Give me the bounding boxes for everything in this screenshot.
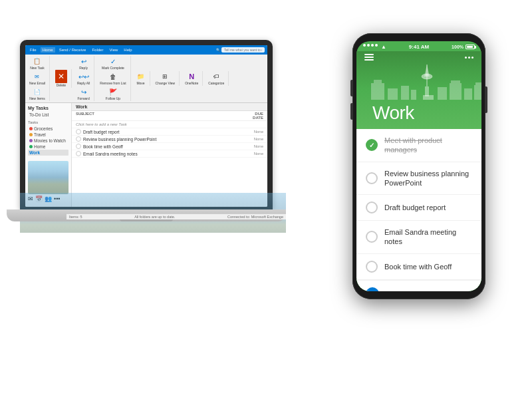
task-checkbox-0[interactable] [76,129,81,134]
list-item[interactable]: Email Sandra meeting notes [356,221,481,254]
move-button[interactable]: 📁 Move [135,71,147,86]
delete-btn-group: ✕ Delete [54,69,72,88]
task-list-header: Work [72,103,267,111]
reply-button[interactable]: ↩ Reply [78,56,90,70]
sidebar-item-todo-list[interactable]: To-Do List [28,112,68,118]
subject-col-header: SUBJECT [76,112,243,120]
follow-up-button[interactable]: 🚩 Follow Up [104,86,122,101]
svg-marker-2 [424,65,430,76]
groceries-dot [29,127,33,130]
task-list-columns: SUBJECT DUE DATE [72,111,267,121]
forward-button[interactable]: ↪ Forward [76,86,90,101]
new-todo-button[interactable]: + New to-do [356,280,481,291]
phone-tasks: ✓ Meet with product managers Review busi… [356,129,481,291]
svg-rect-4 [423,95,434,100]
ribbon-tab-help[interactable]: Help [122,47,134,53]
new-todo-label: New to-do [384,290,418,291]
task-circle-1[interactable] [366,172,378,184]
ribbon-tab-view[interactable]: View [107,47,120,53]
svg-rect-5 [371,83,384,100]
new-task-button[interactable]: 📋 New Task [29,56,46,70]
battery-percent: 100% [452,45,464,49]
task-checkbox-1[interactable] [76,136,81,142]
task-checkbox-3[interactable] [76,151,81,156]
list-item[interactable]: Review business planning PowerPoint [356,162,481,196]
dots-menu[interactable] [465,57,473,59]
my-tasks-label: My Tasks [28,106,68,110]
ribbon-actions: 📋 New Task ✉ New Email 📄 New Items [25,55,267,103]
task-due-0: None [243,130,263,134]
sidebar-item-movies[interactable]: Movies to Watch [28,138,68,144]
list-item[interactable]: Draft budget report [356,195,481,221]
manage-btn-group: ✓ Mark Complete 🗑 Remove from List 🚩 Fol… [98,56,130,101]
task-add-row[interactable]: Click here to add a new Task [72,121,267,128]
task-checkbox-2[interactable] [76,144,81,149]
list-item[interactable]: Book time with Geoff [356,254,481,280]
sidebar-item-home[interactable]: Home [28,144,68,150]
ribbon-tab-home[interactable]: Home [41,47,55,53]
delete-button[interactable]: ✕ Delete [54,69,68,88]
ribbon-tabs: File Home Send / Receive Folder View Hel… [25,45,267,55]
battery-icon [466,45,475,49]
home-dot [29,145,33,148]
table-row[interactable]: Review business planning PowerPoint None [72,136,267,143]
svg-rect-10 [438,87,447,100]
phone-task-text-2: Draft budget report [384,203,472,212]
mark-complete-button[interactable]: ✓ Mark Complete [100,56,126,70]
task-subject-2: Book time with Geoff [83,144,243,149]
svg-rect-8 [401,86,409,100]
reply-all-button[interactable]: ↩↩ Reply All [76,71,91,86]
change-view-btn-group: ⊞ Change View [154,71,180,86]
svg-rect-13 [464,88,472,100]
signal-dot-2 [367,44,370,47]
hamburger-menu[interactable] [364,54,374,61]
ribbon-tab-file[interactable]: File [28,47,39,53]
laptop-screen-inner: File Home Send / Receive Folder View Hel… [25,45,267,207]
task-subject-3: Email Sandra meeting notes [83,152,243,156]
table-row[interactable]: Email Sandra meeting notes None [72,150,267,158]
new-items-button[interactable]: 📄 New Items [28,86,47,101]
phone-header: Work [356,51,481,129]
phone: ▲ 9:41 AM 100% [352,33,485,299]
onenote-btn-group: N OneNote [184,71,203,86]
onenote-button[interactable]: N OneNote [184,71,200,86]
task-circle-2[interactable] [366,201,378,213]
sidebar-item-groceries[interactable]: Groceries [28,126,68,132]
ribbon-tab-folder[interactable]: Folder [90,47,105,53]
svg-rect-14 [474,85,481,100]
new-email-button[interactable]: ✉ New Email [28,71,47,86]
task-due-3: None [243,152,263,156]
svg-rect-9 [411,90,416,100]
remove-from-list-button[interactable]: 🗑 Remove from List [98,71,127,86]
task-circle-3[interactable] [366,231,378,243]
skyline-container [364,63,473,100]
table-row[interactable]: Draft budget report None [72,128,267,136]
phone-nav-bar [364,54,473,63]
task-subject-0: Draft budget report [83,130,243,134]
hamburger-line-1 [364,54,374,55]
task-list-area: Work SUBJECT DUE DATE Click here to add … [72,103,267,207]
phone-task-text-3: Email Sandra meeting notes [384,227,472,247]
scene: File Home Send / Receive Folder View Hel… [0,0,532,399]
task-circle-0[interactable]: ✓ [366,139,378,151]
dots-menu-dot-3 [471,57,473,59]
hamburger-line-2 [364,57,374,58]
wifi-icon: ▲ [381,44,386,50]
svg-rect-7 [388,88,398,100]
sidebar-item-travel[interactable]: Travel [28,132,68,138]
check-icon-0: ✓ [369,142,374,149]
change-view-button[interactable]: ⊞ Change View [154,71,177,86]
ribbon-tab-send-receive[interactable]: Send / Receive [57,47,88,53]
signal-dot-1 [363,44,366,47]
phone-body: ▲ 9:41 AM 100% [352,33,485,299]
categorize-button[interactable]: 🏷 Categorize [207,71,225,86]
task-circle-4[interactable] [366,261,378,273]
task-due-2: None [243,144,263,148]
sidebar-item-work[interactable]: Work [28,150,68,156]
ribbon-search-input[interactable] [221,47,265,53]
phone-signal: ▲ [363,44,386,50]
table-row[interactable]: Book time with Geoff None [72,143,267,150]
phone-status-bar: ▲ 9:41 AM 100% [356,41,481,51]
phone-time: 9:41 AM [409,44,429,50]
list-item[interactable]: ✓ Meet with product managers [356,129,481,162]
